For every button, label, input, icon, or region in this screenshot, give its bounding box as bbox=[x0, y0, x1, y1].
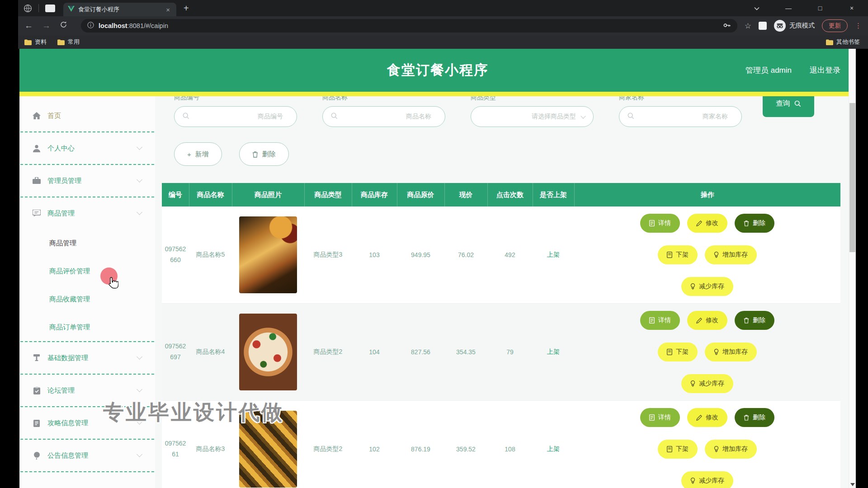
close-button[interactable]: × bbox=[843, 5, 861, 12]
reduce-stock-button[interactable]: 减少库存 bbox=[681, 471, 733, 488]
menu-dots-icon[interactable]: ⋮ bbox=[855, 22, 862, 30]
col-stock: 商品库存 bbox=[352, 183, 397, 206]
cell-price: 359.52 bbox=[444, 401, 487, 488]
bookmark-star-icon[interactable]: ☆ bbox=[745, 21, 751, 31]
on-shelf-link[interactable]: 上架 bbox=[533, 401, 574, 488]
col-clicks: 点击次数 bbox=[487, 183, 533, 206]
off-shelf-button[interactable]: 下架 bbox=[658, 440, 698, 459]
password-key-icon[interactable] bbox=[723, 22, 731, 30]
delete-button[interactable]: 删除 bbox=[239, 142, 289, 166]
product-name-input[interactable]: 商品名称 bbox=[322, 106, 445, 127]
window-controls: — □ × bbox=[748, 5, 868, 12]
sidebar-item-product-management[interactable]: 商品管理 bbox=[19, 197, 155, 229]
sidebar-item-label: 个人中心 bbox=[47, 144, 75, 153]
sidebar-item-label: 论坛管理 bbox=[47, 386, 75, 395]
edit-button[interactable]: 修改 bbox=[687, 311, 727, 330]
product-type-select[interactable]: 请选择商品类型 bbox=[471, 106, 594, 127]
sidebar-item-home[interactable]: 首页 bbox=[19, 100, 155, 131]
vue-logo-icon bbox=[68, 5, 75, 14]
bulb-icon bbox=[714, 349, 719, 355]
doc-icon bbox=[667, 446, 672, 452]
add-stock-button[interactable]: 增加库存 bbox=[705, 245, 757, 264]
pencil-icon bbox=[696, 318, 702, 324]
sidebar-subitem-product-favorite-management[interactable]: 商品收藏管理 bbox=[19, 285, 155, 313]
incognito-icon bbox=[774, 20, 786, 32]
reduce-stock-button[interactable]: 减少库存 bbox=[681, 277, 733, 296]
incognito-indicator: 无痕模式 bbox=[774, 20, 815, 32]
scrollbar-down-arrow[interactable] bbox=[850, 483, 855, 486]
forward-button[interactable]: → bbox=[42, 21, 51, 31]
browser-toolbar: ← → localhost:8081/#/caipin ☆ 无痕模式 更新 bbox=[18, 16, 868, 35]
sidebar-item-basic-data-management[interactable]: 基础数据管理 bbox=[19, 342, 155, 374]
reload-icon[interactable] bbox=[60, 21, 67, 31]
maximize-button[interactable]: □ bbox=[811, 5, 829, 12]
bookmark-label: 常用 bbox=[68, 38, 80, 46]
active-tab[interactable]: 食堂订餐小程序 × bbox=[63, 3, 176, 16]
page-title: 食堂订餐小程序 bbox=[387, 61, 488, 80]
edit-button[interactable]: 修改 bbox=[687, 408, 727, 427]
search-icon bbox=[794, 100, 801, 107]
extension-icon[interactable] bbox=[759, 22, 767, 30]
filter-label: 商品名称 bbox=[322, 96, 445, 103]
address-bar[interactable]: localhost:8081/#/caipin bbox=[81, 19, 737, 33]
detail-button[interactable]: 详情 bbox=[640, 311, 680, 330]
page-scrollbar[interactable] bbox=[849, 49, 856, 488]
edit-button[interactable]: 修改 bbox=[687, 214, 727, 233]
row-delete-button[interactable]: 删除 bbox=[735, 311, 774, 330]
search-button[interactable]: 查询 bbox=[763, 96, 814, 117]
row-delete-button[interactable]: 删除 bbox=[735, 408, 774, 427]
tab-close-icon[interactable]: × bbox=[164, 6, 172, 14]
sidebar-subitem-product-management[interactable]: 商品管理 bbox=[19, 229, 155, 257]
detail-button[interactable]: 详情 bbox=[640, 214, 680, 233]
col-price: 现价 bbox=[444, 183, 487, 206]
on-shelf-link[interactable]: 上架 bbox=[533, 304, 574, 401]
detail-button[interactable]: 详情 bbox=[640, 408, 680, 427]
new-tab-button[interactable]: + bbox=[184, 3, 189, 14]
cell-type: 商品类型3 bbox=[304, 206, 352, 304]
sidebar-item-label: 公告信息管理 bbox=[47, 451, 88, 460]
sidebar-subitem-product-review-management[interactable]: 商品评价管理 bbox=[19, 257, 155, 285]
site-info-icon[interactable] bbox=[87, 22, 94, 30]
sidebar-item-personal-center[interactable]: 个人中心 bbox=[19, 132, 155, 164]
update-button[interactable]: 更新 bbox=[822, 19, 848, 32]
filter-product-name: 商品名称 商品名称 bbox=[322, 96, 445, 127]
sidebar-item-announcement-management[interactable]: 公告信息管理 bbox=[19, 440, 155, 471]
sidebar-item-admin-management[interactable]: 管理员管理 bbox=[19, 165, 155, 197]
filter-product-id: 商品编号 商品编号 bbox=[174, 96, 297, 127]
minimize-button[interactable]: — bbox=[779, 5, 797, 12]
add-button[interactable]: + 新增 bbox=[174, 142, 222, 166]
cell-original-price: 949.95 bbox=[397, 206, 444, 304]
trash-icon bbox=[744, 220, 749, 226]
col-type: 商品类型 bbox=[304, 183, 352, 206]
url-text: localhost:8081/#/caipin bbox=[99, 22, 168, 29]
logout-link[interactable]: 退出登录 bbox=[810, 65, 840, 75]
tab-search-chevron-icon[interactable] bbox=[748, 5, 766, 12]
bookmark-label: 资料 bbox=[35, 38, 47, 46]
chevron-down-icon bbox=[137, 144, 142, 150]
cell-stock: 102 bbox=[352, 401, 397, 488]
other-bookmarks[interactable]: 其他书签 bbox=[826, 38, 860, 46]
scrollbar-thumb[interactable] bbox=[849, 103, 855, 252]
back-button[interactable]: ← bbox=[24, 21, 33, 31]
product-id-input[interactable]: 商品编号 bbox=[174, 106, 297, 127]
product-photo bbox=[239, 216, 297, 293]
row-delete-button[interactable]: 删除 bbox=[735, 214, 774, 233]
filter-product-type: 商品类型 请选择商品类型 bbox=[471, 96, 594, 127]
cell-price: 354.35 bbox=[444, 304, 487, 401]
globe-icon[interactable] bbox=[24, 4, 32, 13]
bookmark-folder-2[interactable]: 常用 bbox=[57, 38, 80, 46]
bulb-icon bbox=[714, 252, 719, 258]
off-shelf-button[interactable]: 下架 bbox=[658, 343, 698, 361]
merchant-name-input[interactable]: 商家名称 bbox=[619, 106, 742, 127]
bookmark-folder-1[interactable]: 资料 bbox=[24, 38, 47, 46]
sidebar-subitem-product-order-management[interactable]: 商品订单管理 bbox=[19, 313, 155, 341]
delete-button-label: 删除 bbox=[262, 150, 276, 159]
doc-icon bbox=[649, 220, 655, 226]
off-shelf-button[interactable]: 下架 bbox=[658, 245, 698, 264]
add-stock-button[interactable]: 增加库存 bbox=[705, 343, 757, 361]
add-stock-button[interactable]: 增加库存 bbox=[705, 440, 757, 459]
col-name: 商品名称 bbox=[189, 183, 232, 206]
on-shelf-link[interactable]: 上架 bbox=[533, 206, 574, 304]
reduce-stock-button[interactable]: 减少库存 bbox=[681, 374, 733, 393]
pinned-app-icon[interactable] bbox=[45, 5, 55, 12]
